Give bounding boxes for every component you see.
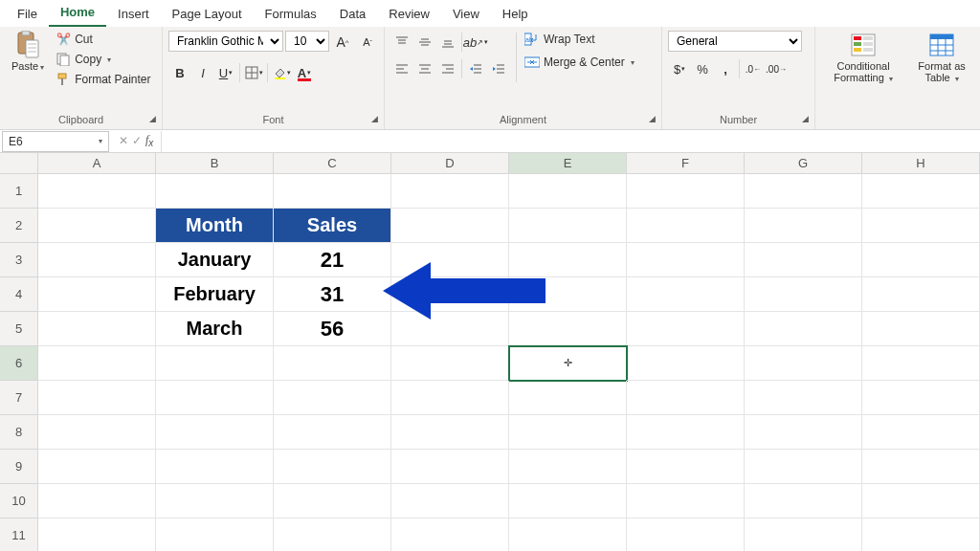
col-header[interactable]: H: [862, 153, 980, 174]
cell-C5[interactable]: 56: [274, 312, 391, 346]
col-header[interactable]: A: [38, 153, 156, 174]
row-header[interactable]: 7: [0, 381, 38, 415]
enter-formula-button[interactable]: ✓: [132, 134, 142, 147]
copy-icon: [56, 52, 71, 67]
decrease-font-button[interactable]: Aˇ: [356, 31, 379, 54]
cell-E6-selected[interactable]: ✛: [509, 346, 627, 381]
number-format-select[interactable]: General: [668, 31, 802, 52]
borders-button[interactable]: ▾: [242, 61, 265, 84]
tab-data[interactable]: Data: [328, 3, 377, 27]
wrap-text-button[interactable]: abWrap Text: [523, 31, 636, 48]
paste-button[interactable]: Paste▾: [6, 31, 50, 75]
decrease-indent-button[interactable]: [464, 57, 487, 80]
cell-B2[interactable]: Month: [156, 209, 274, 243]
cell-C4[interactable]: 31: [274, 277, 391, 312]
cell-B3[interactable]: January: [156, 243, 274, 277]
cell-C2[interactable]: Sales: [274, 209, 391, 243]
col-header[interactable]: E: [509, 153, 627, 174]
format-as-table-button[interactable]: Format as Table ▾: [909, 31, 974, 86]
merge-center-button[interactable]: Merge & Center▾: [523, 54, 636, 71]
tab-review[interactable]: Review: [377, 3, 441, 27]
name-box-value: E6: [9, 135, 23, 148]
svg-rect-44: [854, 42, 861, 46]
underline-button[interactable]: U▾: [214, 61, 237, 84]
conditional-formatting-label: Conditional Formatting: [834, 60, 889, 83]
tab-formulas[interactable]: Formulas: [254, 3, 328, 27]
row-header[interactable]: 3: [0, 243, 38, 277]
font-size-select[interactable]: 10: [285, 31, 329, 52]
percent-format-button[interactable]: %: [691, 57, 714, 80]
col-header[interactable]: C: [274, 153, 391, 174]
col-header[interactable]: B: [156, 153, 274, 174]
tab-home[interactable]: Home: [49, 1, 106, 27]
svg-marker-55: [383, 262, 546, 320]
copy-button[interactable]: Copy▾: [54, 51, 152, 68]
format-painter-button[interactable]: Format Painter: [54, 71, 152, 88]
arrow-shape[interactable]: [383, 262, 546, 322]
chevron-down-icon: ▾: [955, 75, 959, 83]
chevron-down-icon: ▾: [631, 58, 635, 67]
align-top-button[interactable]: [390, 31, 413, 54]
tab-help[interactable]: Help: [491, 3, 540, 27]
name-box[interactable]: E6▾: [2, 131, 109, 152]
align-right-button[interactable]: [436, 57, 459, 80]
row-header[interactable]: 6: [0, 346, 38, 381]
chevron-down-icon: ▾: [889, 75, 893, 83]
row-headers[interactable]: 1 2 3 4 5 6 7 8 9 10 11: [0, 174, 38, 551]
dialog-launcher-icon[interactable]: ◢: [149, 114, 156, 123]
cell-C3[interactable]: 21: [274, 243, 391, 277]
comma-format-button[interactable]: ,: [714, 57, 737, 80]
dialog-launcher-icon[interactable]: ◢: [649, 114, 656, 123]
row-header[interactable]: 2: [0, 209, 38, 243]
conditional-formatting-button[interactable]: Conditional Formatting ▾: [821, 31, 905, 86]
row-header[interactable]: 8: [0, 415, 38, 450]
col-header[interactable]: F: [627, 153, 745, 174]
conditional-formatting-icon: [851, 33, 876, 57]
decrease-decimal-button[interactable]: .00→: [765, 57, 788, 80]
ribbon: Paste▾ ✂️Cut Copy▾ Format Painter Clipbo…: [0, 27, 980, 130]
col-header[interactable]: D: [391, 153, 509, 174]
row-header[interactable]: 11: [0, 518, 38, 551]
dialog-launcher-icon[interactable]: ◢: [802, 114, 809, 123]
merge-icon: [524, 55, 540, 70]
tab-page-layout[interactable]: Page Layout: [161, 3, 254, 27]
tab-view[interactable]: View: [441, 3, 491, 27]
col-header[interactable]: G: [745, 153, 862, 174]
cancel-formula-button[interactable]: ✕: [119, 134, 128, 147]
cut-button[interactable]: ✂️Cut: [54, 31, 152, 48]
bold-button[interactable]: B: [168, 61, 191, 84]
row-header[interactable]: 4: [0, 277, 38, 312]
font-name-select[interactable]: Franklin Gothic M: [168, 31, 283, 52]
number-group-label: Number: [720, 114, 757, 125]
row-header[interactable]: 10: [0, 484, 38, 518]
align-bottom-button[interactable]: [436, 31, 459, 54]
tab-insert[interactable]: Insert: [106, 3, 161, 27]
increase-font-button[interactable]: A^: [331, 31, 354, 54]
italic-button[interactable]: I: [191, 61, 214, 84]
formula-input[interactable]: [161, 131, 980, 152]
chevron-down-icon[interactable]: ▾: [99, 137, 102, 145]
dialog-launcher-icon[interactable]: ◢: [371, 114, 378, 123]
cell-B5[interactable]: March: [156, 312, 274, 346]
fill-color-button[interactable]: ▾: [270, 61, 293, 84]
row-header[interactable]: 5: [0, 312, 38, 346]
alignment-group-label: Alignment: [500, 114, 546, 125]
fx-icon[interactable]: fx: [145, 133, 153, 148]
svg-rect-2: [26, 40, 38, 57]
select-all-corner[interactable]: [0, 153, 38, 174]
cell-B4[interactable]: February: [156, 277, 274, 312]
accounting-format-button[interactable]: $▾: [668, 57, 691, 80]
align-middle-button[interactable]: [413, 31, 436, 54]
tab-file[interactable]: File: [6, 3, 49, 27]
align-center-button[interactable]: [413, 57, 436, 80]
row-header[interactable]: 9: [0, 450, 38, 484]
font-color-button[interactable]: A▾: [293, 61, 316, 84]
increase-indent-button[interactable]: [487, 57, 510, 80]
chevron-down-icon: ▾: [107, 55, 111, 64]
column-headers[interactable]: A B C D E F G H: [38, 153, 980, 174]
align-left-button[interactable]: [390, 57, 413, 80]
orientation-button[interactable]: ab↗▾: [464, 31, 487, 54]
row-header[interactable]: 1: [0, 174, 38, 209]
clipboard-group-label: Clipboard: [58, 114, 103, 125]
increase-decimal-button[interactable]: .0←: [742, 57, 765, 80]
